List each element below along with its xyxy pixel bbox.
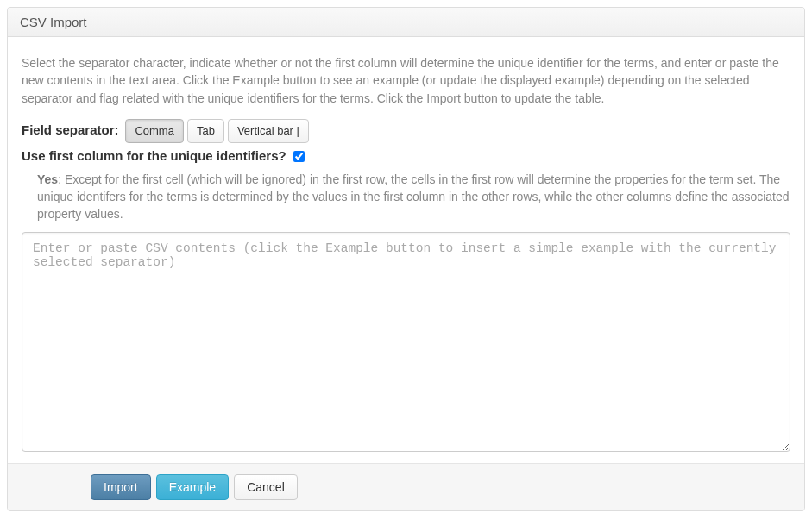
separator-comma-button[interactable]: Comma [125,119,184,143]
help-yes-text: : Except for the first cell (which will … [37,172,790,222]
separator-tab-button[interactable]: Tab [187,119,224,143]
field-separator-group: Comma Tab Vertical bar | [125,119,309,143]
panel-footer: Import Example Cancel [8,463,804,510]
help-yes-prefix: Yes [37,172,58,186]
use-first-column-checkbox[interactable] [293,151,305,162]
intro-text: Select the separator character, indicate… [22,54,790,107]
panel-heading: CSV Import [8,8,804,37]
separator-vertical-bar-button[interactable]: Vertical bar | [228,119,309,143]
cancel-button[interactable]: Cancel [234,474,298,500]
csv-import-panel: CSV Import Select the separator characte… [7,7,805,511]
use-first-column-row: Use first column for the unique identifi… [22,148,790,166]
footer-actions: Import Example Cancel [91,474,790,500]
use-first-column-label: Use first column for the unique identifi… [22,148,286,163]
panel-body: Select the separator character, indicate… [8,37,804,463]
field-separator-row: Field separator: Comma Tab Vertical bar … [22,119,790,143]
use-first-column-help: Yes: Except for the first cell (which wi… [37,171,790,223]
panel-title: CSV Import [20,15,87,29]
csv-contents-textarea[interactable] [22,232,790,452]
example-button[interactable]: Example [156,474,229,500]
import-button[interactable]: Import [91,474,151,500]
field-separator-label: Field separator: [22,122,119,137]
